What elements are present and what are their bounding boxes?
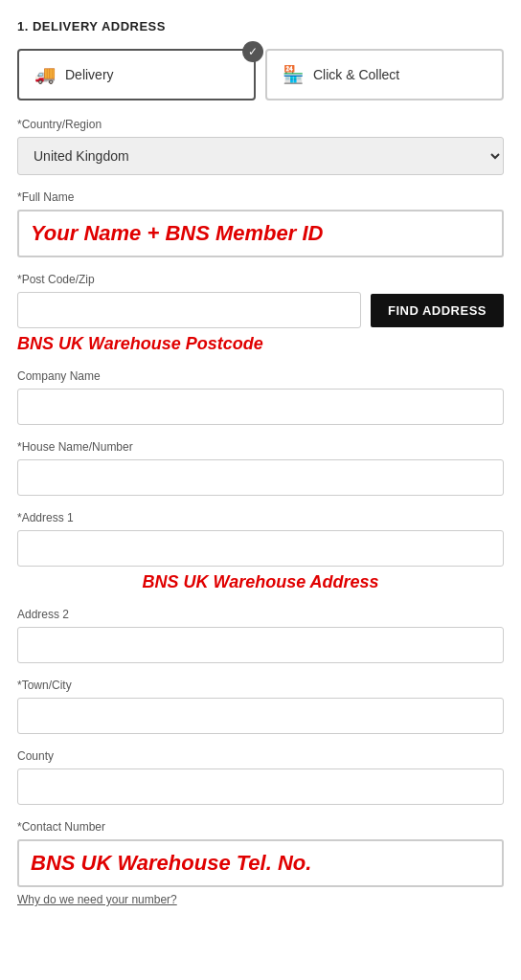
county-label: County [17,749,504,763]
company-group: Company Name [17,369,504,425]
town-label: *Town/City [17,679,504,692]
selected-checkmark: ✓ [242,41,263,62]
store-icon: 🏪 [283,64,304,85]
contact-input[interactable] [17,839,504,887]
section-title: 1. DELIVERY ADDRESS [17,19,504,33]
contact-label: *Contact Number [17,820,504,834]
company-label: Company Name [17,369,504,383]
postcode-input[interactable] [17,292,361,328]
house-label: *House Name/Number [17,440,504,454]
address2-label: Address 2 [17,608,504,621]
address1-label: *Address 1 [17,511,504,524]
address2-input[interactable] [17,627,504,663]
town-input[interactable] [17,698,504,734]
house-group: *House Name/Number [17,440,504,496]
postcode-label: *Post Code/Zip [17,273,504,286]
truck-icon: 🚚 [34,64,56,85]
postcode-group: *Post Code/Zip FIND ADDRESS BNS UK Wareh… [17,273,504,354]
address1-input[interactable] [17,530,504,567]
address1-group: *Address 1 BNS UK Warehouse Address [17,511,504,592]
delivery-options: 🚚 Delivery ✓ 🏪 Click & Collect [17,49,504,100]
postcode-row: FIND ADDRESS [17,292,504,328]
click-collect-label: Click & Collect [313,67,399,82]
contact-group: *Contact Number Why do we need your numb… [17,820,504,907]
full-name-input[interactable] [17,210,504,257]
full-name-group: *Full Name [17,190,504,257]
company-input[interactable] [17,389,504,425]
address2-group: Address 2 [17,608,504,663]
delivery-option-click-collect[interactable]: 🏪 Click & Collect [265,49,504,100]
full-name-label: *Full Name [17,190,504,204]
town-group: *Town/City [17,679,504,734]
address1-hint: BNS UK Warehouse Address [17,572,504,592]
postcode-hint: BNS UK Warehouse Postcode [17,334,504,354]
country-group: *Country/Region United Kingdom [17,118,504,175]
why-link[interactable]: Why do we need your number? [17,893,177,906]
delivery-label: Delivery [65,67,114,82]
delivery-option-delivery[interactable]: 🚚 Delivery ✓ [17,49,256,100]
house-input[interactable] [17,459,504,496]
county-group: County [17,749,504,805]
county-input[interactable] [17,768,504,805]
find-address-button[interactable]: FIND ADDRESS [371,294,504,327]
country-label: *Country/Region [17,118,504,131]
country-select[interactable]: United Kingdom [17,137,504,175]
